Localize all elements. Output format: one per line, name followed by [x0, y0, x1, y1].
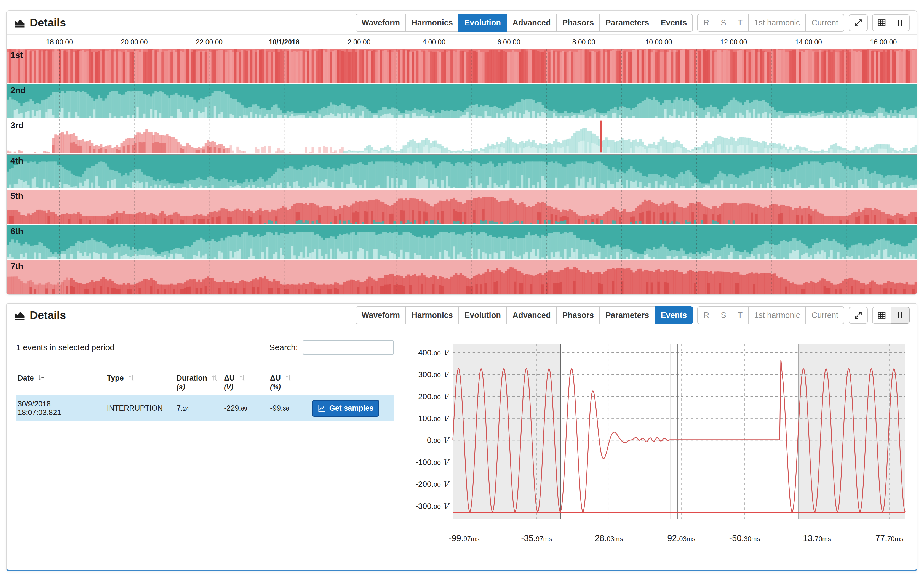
tab-evolution[interactable]: Evolution: [458, 306, 507, 324]
y-axis-label: -300.00 V: [415, 502, 450, 511]
tab-events[interactable]: Events: [654, 14, 693, 32]
harmonic-band-chart[interactable]: [6, 49, 917, 83]
expand-icon[interactable]: [849, 307, 868, 324]
button-current[interactable]: Current: [805, 306, 844, 324]
evolution-toolbar: WaveformHarmonicsEvolutionAdvancedPhasor…: [355, 14, 910, 32]
column-header--u-v-[interactable]: ΔU(V): [222, 372, 268, 395]
harmonics-evolution-chart[interactable]: 18:00:0020:00:0022:00:0010/1/20182:00:00…: [6, 35, 917, 294]
column-sublabel: (V): [224, 383, 235, 391]
column-header-duration-s-[interactable]: Duration(s): [175, 372, 222, 395]
events-list-section: 1 events in selected period Search: Date…: [16, 333, 394, 554]
event-waveform-section: 400.00 V300.00 V200.00 V100.00 V0.00 V-1…: [411, 333, 908, 554]
time-axis-label: 6:00:00: [497, 38, 520, 46]
harmonic-row-3rd[interactable]: 3rd: [6, 119, 917, 153]
tab-phasors[interactable]: Phasors: [556, 14, 600, 32]
time-axis-label: 10:00:00: [645, 38, 672, 46]
tab-evolution[interactable]: Evolution: [458, 14, 507, 32]
sort-active-icon[interactable]: [38, 374, 45, 381]
x-axis-label: -50.30ms: [729, 533, 760, 543]
get-samples-button[interactable]: Get samples: [312, 400, 379, 417]
button-1st-harmonic[interactable]: 1st harmonic: [748, 306, 806, 324]
tab-advanced[interactable]: Advanced: [506, 306, 557, 324]
harmonic-row-label: 5th: [10, 191, 23, 201]
events-table: DateTypeDuration(s)ΔU(V)ΔU(%) 30/9/20181…: [16, 372, 394, 421]
search-input[interactable]: [303, 340, 394, 355]
time-axis-label: 4:00:00: [423, 38, 445, 46]
time-axis-label: 16:00:00: [870, 38, 897, 46]
harmonic-row-1st[interactable]: 1st: [6, 48, 917, 83]
column-header-date[interactable]: Date: [16, 372, 105, 395]
harmonic-row-6th[interactable]: 6th: [6, 225, 917, 259]
event-waveform-chart[interactable]: 400.00 V300.00 V200.00 V100.00 V0.00 V-1…: [411, 339, 908, 554]
evolution-rows: 1st2nd3rd4th5th6th7th: [6, 48, 917, 294]
button-s[interactable]: S: [715, 306, 732, 324]
tab-waveform[interactable]: Waveform: [355, 14, 406, 32]
event-delta-u-pct: -99.86: [268, 395, 310, 421]
y-axis-label: 300.00 V: [418, 370, 450, 379]
tab-advanced[interactable]: Advanced: [506, 14, 557, 32]
x-axis-label: 92.03ms: [667, 533, 695, 543]
table-icon[interactable]: [872, 307, 891, 324]
events-body: 1 events in selected period Search: Date…: [6, 327, 917, 554]
panel-title: Details: [14, 309, 66, 321]
harmonic-row-7th[interactable]: 7th: [6, 260, 917, 294]
tab-parameters[interactable]: Parameters: [599, 306, 655, 324]
x-axis-label: -35.97ms: [521, 533, 552, 543]
column-header-type[interactable]: Type: [105, 372, 175, 395]
column-header--u-[interactable]: ΔU(%): [268, 372, 310, 395]
y-axis-label: -100.00 V: [415, 458, 450, 467]
harmonic-band-chart[interactable]: [6, 155, 917, 189]
table-icon[interactable]: [872, 15, 891, 31]
tab-parameters[interactable]: Parameters: [599, 14, 655, 32]
harmonic-band-chart[interactable]: [6, 119, 917, 153]
pause-icon[interactable]: [890, 307, 910, 324]
button-s[interactable]: S: [715, 14, 732, 32]
harmonic-row-label: 6th: [10, 227, 23, 237]
events-summary: 1 events in selected period: [16, 343, 114, 352]
time-axis-label: 10/1/2018: [269, 38, 299, 46]
area-chart-icon: [14, 309, 26, 321]
button-r[interactable]: R: [697, 306, 715, 324]
tab-harmonics[interactable]: Harmonics: [405, 306, 459, 324]
phase-signal-buttons: RST1st harmonicCurrent: [697, 306, 844, 324]
button-t[interactable]: T: [732, 306, 749, 324]
tab-phasors[interactable]: Phasors: [556, 306, 600, 324]
harmonic-row-4th[interactable]: 4th: [6, 154, 917, 189]
area-chart-icon: [14, 17, 26, 28]
sort-icon[interactable]: [284, 374, 292, 381]
event-row[interactable]: 30/9/201818:07:03.821INTERRUPTION7.24-22…: [16, 395, 394, 421]
harmonic-row-2nd[interactable]: 2nd: [6, 84, 917, 118]
time-axis-label: 8:00:00: [572, 38, 595, 46]
button-current[interactable]: Current: [805, 14, 844, 32]
harmonic-band-chart[interactable]: [6, 261, 917, 294]
column-header-actions: [310, 372, 394, 395]
time-axis-label: 18:00:00: [46, 38, 73, 46]
tab-events[interactable]: Events: [654, 306, 693, 324]
panel-title-text: Details: [30, 16, 66, 29]
sort-icon[interactable]: [211, 374, 218, 381]
column-label: Date: [18, 374, 34, 383]
harmonic-row-label: 4th: [10, 156, 23, 166]
event-date: 30/9/201818:07:03.821: [16, 395, 105, 421]
harmonic-row-label: 1st: [10, 50, 23, 60]
button-1st-harmonic[interactable]: 1st harmonic: [748, 14, 806, 32]
button-t[interactable]: T: [732, 14, 749, 32]
tab-harmonics[interactable]: Harmonics: [405, 14, 459, 32]
x-axis-label: 13.70ms: [803, 533, 831, 543]
pause-icon[interactable]: [890, 15, 910, 31]
harmonic-band-chart[interactable]: [6, 190, 917, 224]
sort-icon[interactable]: [239, 374, 246, 381]
harmonic-row-5th[interactable]: 5th: [6, 190, 917, 224]
evolution-panel: Details WaveformHarmonicsEvolutionAdvanc…: [6, 10, 918, 295]
events-panel: Details WaveformHarmonicsEvolutionAdvanc…: [6, 303, 918, 571]
events-toprow: 1 events in selected period Search:: [16, 340, 394, 355]
expand-icon[interactable]: [849, 15, 868, 31]
harmonic-band-chart[interactable]: [6, 226, 917, 259]
time-axis-label: 14:00:00: [795, 38, 822, 46]
view-tabs: WaveformHarmonicsEvolutionAdvancedPhasor…: [355, 306, 693, 324]
sort-icon[interactable]: [128, 374, 135, 381]
button-r[interactable]: R: [697, 14, 715, 32]
tab-waveform[interactable]: Waveform: [355, 306, 406, 324]
event-type: INTERRUPTION: [105, 395, 175, 421]
harmonic-band-chart[interactable]: [6, 84, 917, 118]
